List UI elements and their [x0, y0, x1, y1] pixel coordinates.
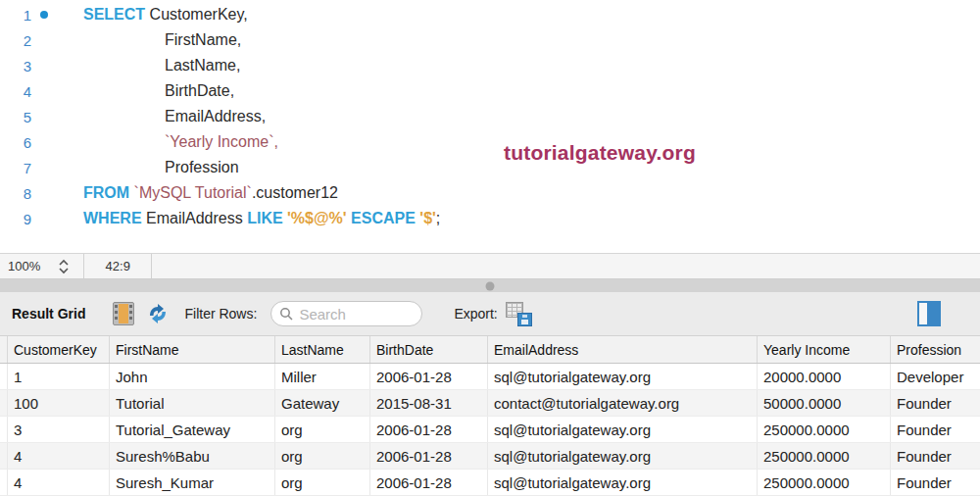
table-cell[interactable]: 2015-08-31	[370, 390, 488, 416]
code-text: BirthDate,	[83, 82, 234, 100]
table-cell[interactable]: 2006-01-28	[370, 417, 488, 442]
table-cell[interactable]: Suresh_Kumar	[110, 470, 275, 495]
line-number: 1	[0, 7, 31, 24]
table-cell[interactable]: sql@tutorialgateway.org	[488, 443, 758, 469]
statement-dot-icon	[40, 11, 48, 19]
table-row[interactable]: 100TutorialGateway2015-08-31contact@tuto…	[0, 390, 980, 417]
column-header-yearly-income[interactable]: Yearly Income	[758, 336, 891, 363]
code-line[interactable]: 5EmailAddress,	[0, 104, 980, 129]
code-text: FirstName,	[83, 31, 241, 49]
pane-splitter[interactable]	[0, 279, 980, 292]
export-recordset-icon[interactable]	[506, 302, 532, 326]
result-grid-title: Result Grid	[12, 306, 85, 322]
result-grid-toolbar: Result Grid Filter Rows: Export:	[0, 292, 980, 336]
zoom-level: 100%	[8, 259, 40, 273]
row-gutter	[0, 336, 8, 363]
table-cell[interactable]: sql@tutorialgateway.org	[488, 470, 758, 495]
table-row[interactable]: 4Suresh_Kumarorg2006-01-28sql@tutorialga…	[0, 470, 980, 496]
grid-body: 1JohnMiller2006-01-28sql@tutorialgateway…	[0, 364, 980, 496]
column-header-profession[interactable]: Profession	[891, 336, 980, 363]
table-cell[interactable]: 250000.0000	[758, 417, 891, 442]
search-box[interactable]	[270, 301, 422, 326]
line-number: 8	[0, 185, 31, 202]
refresh-icon[interactable]	[147, 303, 169, 324]
table-cell[interactable]: 20000.0000	[758, 364, 891, 389]
code-text: EmailAddress,	[83, 108, 266, 125]
table-cell[interactable]: Founder	[891, 417, 980, 442]
row-gutter	[0, 364, 8, 389]
table-cell[interactable]: 3	[8, 417, 110, 442]
editor-lines: 1SELECT CustomerKey,2FirstName,3LastName…	[0, 2, 980, 231]
code-line[interactable]: 4BirthDate,	[0, 78, 980, 104]
table-cell[interactable]: Tutorial_Gateway	[110, 417, 275, 442]
column-header-firstname[interactable]: FirstName	[110, 336, 275, 363]
table-cell[interactable]: org	[275, 417, 370, 442]
table-cell[interactable]: John	[110, 364, 275, 389]
table-cell[interactable]: contact@tutorialgateway.org	[488, 390, 758, 416]
code-line[interactable]: 1SELECT CustomerKey,	[0, 2, 980, 27]
table-cell[interactable]: 250000.0000	[758, 470, 891, 495]
result-set-icon[interactable]	[113, 302, 134, 325]
export-label: Export:	[454, 306, 497, 322]
table-cell[interactable]: 250000.0000	[758, 443, 891, 469]
code-line[interactable]: 8FROM `MySQL Tutorial`.customer12	[0, 180, 980, 206]
table-cell[interactable]: 4	[8, 470, 110, 495]
side-panel-toggle-icon[interactable]	[917, 301, 941, 326]
statement-marker	[31, 11, 57, 19]
table-cell[interactable]: org	[275, 470, 370, 495]
table-cell[interactable]: 2006-01-28	[370, 470, 488, 495]
line-number: 6	[0, 134, 31, 151]
code-line[interactable]: 2FirstName,	[0, 27, 980, 53]
table-cell[interactable]: 2006-01-28	[370, 443, 488, 469]
row-gutter	[0, 390, 8, 416]
watermark: tutorialgateway.org	[504, 141, 696, 165]
table-cell[interactable]: Suresh%Babu	[110, 443, 275, 469]
line-number: 4	[0, 83, 31, 100]
table-cell[interactable]: 1	[8, 364, 110, 389]
column-header-customerkey[interactable]: CustomerKey	[8, 336, 110, 363]
table-row[interactable]: 1JohnMiller2006-01-28sql@tutorialgateway…	[0, 364, 980, 390]
code-line[interactable]: 3LastName,	[0, 53, 980, 78]
column-header-birthdate[interactable]: BirthDate	[370, 336, 488, 363]
code-text: WHERE EmailAddress LIKE '%$@%' ESCAPE '$…	[83, 210, 440, 227]
table-cell[interactable]: Miller	[275, 364, 370, 389]
table-cell[interactable]: Founder	[891, 443, 980, 469]
code-text: Profession	[83, 159, 239, 176]
code-text: FROM `MySQL Tutorial`.customer12	[83, 184, 338, 202]
column-header-lastname[interactable]: LastName	[275, 336, 370, 363]
column-header-emailaddress[interactable]: EmailAddress	[488, 336, 758, 363]
row-gutter	[0, 470, 8, 495]
table-cell[interactable]: 4	[8, 443, 110, 469]
table-cell[interactable]: Developer	[891, 364, 980, 389]
splitter-handle-icon[interactable]	[486, 281, 495, 290]
code-line[interactable]: 6`Yearly Income`,	[0, 129, 980, 155]
table-row[interactable]: 3Tutorial_Gatewayorg2006-01-28sql@tutori…	[0, 417, 980, 443]
line-number: 5	[0, 109, 31, 125]
line-number: 7	[0, 160, 31, 176]
table-cell[interactable]: 100	[8, 390, 110, 416]
code-text: `Yearly Income`,	[83, 133, 278, 151]
line-number: 2	[0, 32, 31, 49]
code-line[interactable]: 9WHERE EmailAddress LIKE '%$@%' ESCAPE '…	[0, 206, 980, 231]
filter-rows-label: Filter Rows:	[184, 306, 257, 322]
table-cell[interactable]: Gateway	[275, 390, 370, 416]
table-cell[interactable]: org	[275, 443, 370, 469]
row-gutter	[0, 443, 8, 469]
zoom-stepper-icon[interactable]	[58, 258, 70, 275]
table-cell[interactable]: 2006-01-28	[370, 364, 488, 389]
table-cell[interactable]: sql@tutorialgateway.org	[488, 417, 758, 442]
table-cell[interactable]: Tutorial	[110, 390, 275, 416]
table-cell[interactable]: Founder	[891, 470, 980, 495]
line-number: 9	[0, 211, 31, 227]
code-line[interactable]: 7Profession	[0, 155, 980, 180]
table-cell[interactable]: 50000.0000	[758, 390, 891, 416]
table-row[interactable]: 4Suresh%Babuorg2006-01-28sql@tutorialgat…	[0, 443, 980, 470]
search-icon	[279, 307, 293, 321]
table-cell[interactable]: Founder	[891, 390, 980, 416]
grid-header-row: CustomerKeyFirstNameLastNameBirthDateEma…	[0, 336, 980, 364]
search-input[interactable]	[299, 306, 407, 322]
line-number: 3	[0, 58, 31, 74]
sql-editor[interactable]: 1SELECT CustomerKey,2FirstName,3LastName…	[0, 0, 980, 253]
table-cell[interactable]: sql@tutorialgateway.org	[488, 364, 758, 389]
cursor-position: 42:9	[84, 259, 151, 273]
